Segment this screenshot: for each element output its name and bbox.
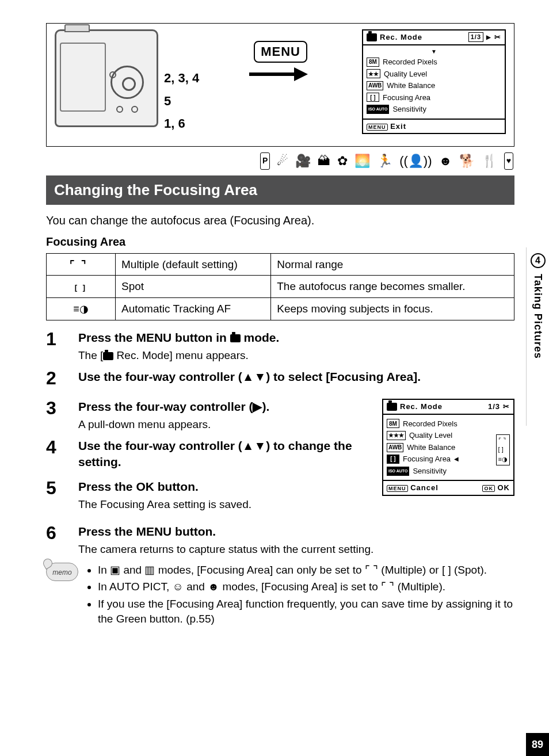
step-1: 1 Press the MENU button in mode. The [ R… [46,330,514,363]
step-desc: The Focusing Area setting is saved. [78,497,373,512]
step-title: Press the OK button. [78,479,373,495]
camera-icon [230,334,241,342]
mode-movie-icon: 🎥 [295,152,311,170]
step-title: Press the MENU button. [78,524,514,540]
lcd-badge: ★★ [367,69,380,78]
focus-multi-icon: ⌜⌝ [70,259,93,270]
lcd-badge: [ ] [367,93,379,102]
dropdown-item: ≡◑ [498,455,508,464]
lcd-dropdown: ⌜ ⌝ [ ] ≡◑ [496,434,510,466]
fa-desc: The autofocus range becomes smaller. [271,276,514,298]
step-ref: 2, 3, 4 [164,70,199,87]
step-ref: 1, 6 [164,115,199,132]
table-row: ⌜⌝ Multiple (default setting) Normal ran… [47,253,514,276]
lcd-title: Rec. Mode [400,402,443,412]
mode-portrait-icon: ((👤)) [399,152,432,170]
mode-frame-icon: ♥ [504,152,513,170]
lcd-footer-label: Exit [390,122,406,131]
mode-flower-icon: ✿ [337,152,348,170]
side-tab: 4 Taking Pictures [526,247,549,426]
table-title: Focusing Area [46,234,514,250]
mode-food-icon: 🍴 [482,152,497,170]
lcd-title: Rec. Mode [380,32,422,43]
lcd-page: 1/3 [468,32,483,42]
lcd-item-label: Sensitivity [413,466,447,476]
step-3: 3 Press the four-way controller (▶). A p… [46,399,373,432]
memo-block: memo In ▣ and ▥ modes, [Focusing Area] c… [46,563,514,629]
lcd-footer-key: MENU [367,124,388,131]
step-title: Use the four-way controller (▲▼) to chan… [78,438,373,471]
step-6: 6 Press the MENU button. The camera retu… [46,524,514,557]
step-title: Press the four-way controller (▶). [78,399,373,415]
step-number: 5 [46,479,78,497]
memo-list: In ▣ and ▥ modes, [Focusing Area] can on… [86,563,514,629]
lcd-item-label: Quality Level [384,69,427,79]
camera-illustration [55,29,158,127]
mode-kids-icon: ☻ [439,152,452,170]
step-title: Use the four-way controller (▲▼) to sele… [78,369,514,385]
step-number: 3 [46,399,78,417]
camera-icon [367,33,377,41]
arrow-right-icon [249,68,312,80]
fa-name: Spot [116,276,271,298]
lcd-page: 1/3 [488,402,500,412]
lcd-badge: [ ] [387,455,399,464]
step-desc: The camera returns to capture status wit… [78,542,514,557]
focus-tracking-icon: ≡◑ [73,303,89,315]
fa-desc: Keeps moving subjects in focus. [271,298,514,320]
lcd-item-label: White Balance [407,442,455,453]
lcd-badge: ISO AUTO [367,105,389,114]
step-number: 1 [46,330,78,348]
step-ref: 5 [164,93,199,110]
steps-list: 1 Press the MENU button in mode. The [ R… [46,330,514,557]
lcd-footer-label: OK [498,483,510,492]
memo-item: In AUTO PICT, ☺ and ☻ modes, [Focusing A… [98,579,514,594]
step-desc: The [ Rec. Mode] menu appears. [78,348,514,363]
lcd-badge: 8M [387,419,399,428]
dropdown-item: ⌜ ⌝ [498,436,508,445]
step-5: 5 Press the OK button. The Focusing Area… [46,479,373,512]
chapter-number: 4 [531,253,546,268]
fa-name: Automatic Tracking AF [116,298,271,320]
step-desc: A pull-down menu appears. [78,417,373,432]
diagram-box: 2, 3, 4 5 1, 6 MENU Rec. Mode 1/3▶ ✂ ▼ [46,23,514,147]
lcd-badge: AWB [387,443,403,452]
lcd-footer-key: OK [482,485,495,492]
lcd-rec-mode-menu: Rec. Mode 1/3▶ ✂ ▼ 8MRecorded Pixels ★★Q… [362,29,506,134]
step-2: 2 Use the four-way controller (▲▼) to se… [46,369,514,387]
section-header: Changing the Focusing Area [46,175,514,205]
step-reference-labels: 2, 3, 4 5 1, 6 [164,70,199,138]
table-row: ≡◑ Automatic Tracking AF Keeps moving su… [47,298,514,320]
lcd-footer-label: Cancel [410,483,439,492]
step-number: 4 [46,438,78,456]
camera-icon [103,352,113,360]
lcd-item-label: Focusing Area [383,93,430,103]
intro-text: You can change the autofocus area (Focus… [46,213,514,228]
mode-icon-strip: P ☄ 🎥 🏔 ✿ 🌅 🏃 ((👤)) ☻ 🐕 🍴 ♥ [46,152,513,170]
lcd-item-label: Recorded Pixels [383,57,437,67]
focusing-area-table: ⌜⌝ Multiple (default setting) Normal ran… [46,253,514,320]
lcd-item-label: Quality Level [409,430,452,441]
mode-sunset-icon: 🌅 [354,152,370,170]
lcd-item-label: Recorded Pixels [403,419,458,429]
step-number: 2 [46,369,78,387]
lcd-badge: 8M [367,58,379,67]
step-4: 4 Use the four-way controller (▲▼) to ch… [46,438,373,473]
mode-night-icon: ☄ [277,152,288,170]
fa-name: Multiple (default setting) [116,253,271,276]
step-number: 6 [46,524,78,542]
lcd-footer-key: MENU [387,485,408,492]
lcd-badge: ISO AUTO [387,467,409,476]
mode-landscape-icon: 🏔 [318,152,330,170]
camera-icon [387,403,397,411]
dropdown-item: [ ] [498,445,508,454]
memo-item: In ▣ and ▥ modes, [Focusing Area] can on… [98,563,514,578]
mode-pet-icon: 🐕 [459,152,475,170]
table-row: [ ] Spot The autofocus range becomes sma… [47,276,514,298]
lcd-focusing-area-dropdown: Rec. Mode 1/3 ✂ 8MRecorded Pixels ★★★Qua… [382,399,514,496]
memo-item: If you use the [Focusing Area] function … [98,597,514,626]
menu-button-label: MENU [254,41,307,63]
lcd-badge: ★★★ [387,431,406,440]
lcd-badge: AWB [367,81,383,90]
memo-icon: memo [46,563,78,581]
